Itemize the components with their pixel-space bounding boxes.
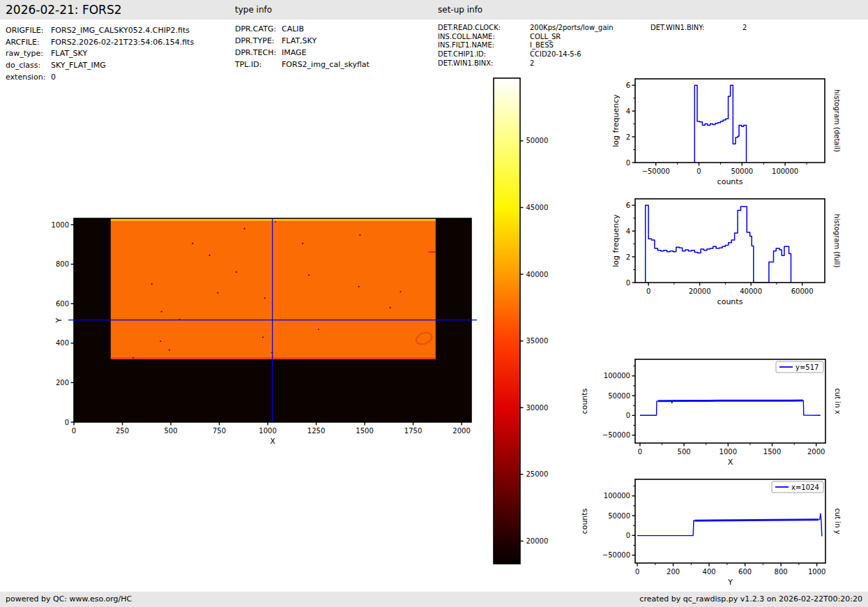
histogram-full-histogram [646,205,791,283]
svg-text:cut in y: cut in y [834,508,842,534]
setup-info-right-block: DET.WIN1.BINY: 2 [650,23,747,32]
svg-text:counts: counts [717,297,743,306]
svg-text:2000: 2000 [807,448,825,456]
file-info-block: ORIGFILE: FORS2_IMG_CALSKY052.4.CHIP2.fi… [6,24,194,82]
svg-text:500: 500 [164,427,177,435]
svg-text:−50000: −50000 [602,431,630,439]
svg-text:0: 0 [635,568,639,576]
cut-in-x-noise-band [658,400,803,401]
setup-info-block: DET.READ.CLOCK: 200Kps/2ports/low_gain I… [438,23,614,67]
field-value: I_BESS [530,41,554,49]
main-image-plot: 0250500750100012501500175020000200400600… [52,218,477,446]
svg-text:40000: 40000 [526,271,549,278]
svg-text:1250: 1250 [307,427,325,435]
cut-in-y-cut [637,514,822,536]
field-label: raw_type: [6,49,51,58]
svg-text:30000: 30000 [526,404,549,412]
svg-text:20000: 20000 [526,537,549,545]
field-do-class: do_class: SKY_FLAT_IMG [6,59,194,71]
setup-info-heading: set-up info [438,0,482,20]
field-value: COLL_SR [530,33,561,40]
svg-text:1000: 1000 [52,221,69,229]
field-win1-binx: DET.WIN1.BINX: 2 [438,59,614,68]
svg-text:−50000: −50000 [642,167,670,175]
svg-text:cut in x: cut in x [834,388,842,414]
field-value: 200Kps/2ports/low_gain [530,24,614,31]
field-value: 0 [51,73,56,82]
field-label: DET.CHIP1.ID: [438,50,530,58]
svg-text:0: 0 [638,448,642,456]
field-win1-biny: DET.WIN1.BINY: 2 [650,23,747,32]
field-label: DET.WIN1.BINY: [650,24,743,31]
page-title: 2026-02-21: FORS2 [6,0,122,20]
colorbar-gradient [494,78,520,564]
field-raw-type: raw_type: FLAT_SKY [6,47,194,59]
field-value: IMAGE [282,48,307,57]
svg-text:0: 0 [696,167,701,175]
field-read-clock: DET.READ.CLOCK: 200Kps/2ports/low_gain [438,23,614,32]
footer-created-by: created by qc_rawdisp.py v1.2.3 on 2026-… [639,592,862,607]
field-dpr-tech: DPR.TECH: IMAGE [235,47,370,59]
footer-powered-by: powered by QC: www.eso.org/HC [6,592,132,607]
histogram-detail-histogram [694,85,746,163]
field-filt1-name: INS.FILT1.NAME: I_BESS [438,40,614,50]
svg-text:800: 800 [56,260,69,268]
svg-text:Y: Y [727,578,733,587]
svg-text:0: 0 [626,159,630,167]
field-value: FLAT_SKY [51,49,87,58]
svg-text:6: 6 [626,202,630,209]
svg-text:0: 0 [626,279,630,287]
svg-text:2: 2 [626,253,630,261]
svg-text:log frequency: log frequency [611,214,620,267]
svg-text:1500: 1500 [356,427,373,435]
svg-text:200: 200 [56,379,69,387]
svg-text:100000: 100000 [604,492,630,500]
field-value: 2 [530,59,534,67]
svg-text:counts: counts [717,177,743,186]
svg-text:X: X [728,458,733,467]
qc-report-figure: 0250500750100012501500175020000200400600… [0,0,868,607]
svg-text:1000: 1000 [808,568,825,576]
type-info-heading: type info [235,0,272,20]
field-value: FORS2.2026-02-21T23:54:06.154.fits [51,38,194,47]
svg-text:400: 400 [703,568,716,576]
field-chip1-id: DET.CHIP1.ID: CCID20-14-5-6 [438,50,614,59]
svg-text:50000: 50000 [731,167,753,175]
svg-text:0: 0 [65,419,69,426]
svg-text:2: 2 [626,133,630,141]
field-origfile: ORIGFILE: FORS2_IMG_CALSKY052.4.CHIP2.fi… [6,24,194,36]
field-label: ORIGFILE: [6,26,51,35]
svg-text:400: 400 [56,339,69,347]
svg-text:800: 800 [775,568,788,576]
field-value: FORS2_img_cal_skyflat [282,60,370,69]
svg-text:X: X [270,437,275,446]
svg-text:50000: 50000 [526,137,549,144]
header-band [0,0,868,20]
field-label: TPL.ID: [235,60,282,69]
svg-text:4: 4 [626,107,630,115]
cut-in-x-legend: y=517 [776,361,823,373]
field-label: do_class: [6,61,51,70]
field-value: 2 [743,24,747,31]
field-extension: extension: 0 [6,71,194,83]
svg-text:50000: 50000 [608,512,630,520]
colorbar: 50000450004000035000300002500020000 [494,78,548,564]
svg-text:35000: 35000 [526,337,549,345]
field-label: extension: [6,73,51,82]
cut-in-y-noise-band [695,520,818,520]
field-label: ARCFILE: [6,38,51,47]
field-value: FLAT,SKY [282,36,317,45]
field-label: INS.FILT1.NAME: [438,41,530,49]
svg-text:histogram (detail): histogram (detail) [833,89,841,152]
field-tpl-id: TPL.ID: FORS2_img_cal_skyflat [235,59,370,70]
svg-text:1500: 1500 [763,448,781,456]
field-arcfile: ARCFILE: FORS2.2026-02-21T23:54:06.154.f… [6,36,194,48]
histogram-full-frame [635,199,825,283]
histogram-full: 02000040000600000246countslog frequencyh… [611,199,841,306]
cut-in-y-legend: x=1024 [772,481,823,493]
field-dpr-type: DPR.TYPE: FLAT,SKY [235,35,370,47]
svg-text:250: 250 [116,427,129,435]
svg-text:0: 0 [626,412,630,419]
svg-text:100000: 100000 [604,372,630,380]
svg-text:0: 0 [72,427,76,435]
